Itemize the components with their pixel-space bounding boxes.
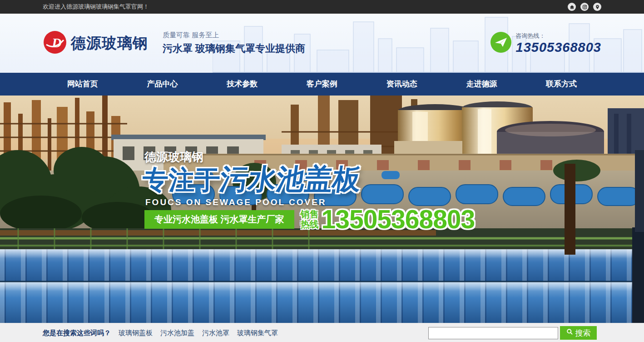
keyword-link-4[interactable]: 玻璃钢集气罩	[237, 329, 278, 337]
hero-banner: 德源玻璃钢 专注于污水池盖板 FOUCS ON SEWAGE POOL COVE…	[0, 96, 644, 323]
topbar: 欢迎进入德源玻璃钢玻璃钢集气罩官网！	[0, 0, 644, 14]
hero-headline: 专注于污水池盖板	[143, 160, 361, 198]
welcome-text: 欢迎进入德源玻璃钢玻璃钢集气罩官网！	[43, 3, 149, 11]
nav-item-cases[interactable]: 客户案例	[282, 73, 362, 96]
keyword-link-2[interactable]: 污水池加盖	[160, 329, 194, 337]
nav-item-specs[interactable]: 技术参数	[202, 73, 282, 96]
location-pin-icon[interactable]	[593, 3, 601, 11]
search-prompt: 您是在搜索这些词吗？	[43, 329, 111, 337]
slogan-main: 污水罩 玻璃钢集气罩专业提供商	[163, 42, 305, 55]
keyword-link-3[interactable]: 污水池罩	[202, 329, 229, 337]
logo[interactable]: D 德源玻璃钢	[43, 30, 148, 56]
main-nav: 网站首页 产品中心 技术参数 客户案例 资讯动态 走进德源 联系方式	[0, 73, 644, 96]
slogan-small: 质量可靠 服务至上	[163, 31, 305, 40]
keyword-link-1[interactable]: 玻璃钢盖板	[119, 329, 153, 337]
nav-item-news[interactable]: 资讯动态	[362, 73, 442, 96]
hero-headline-prefix: 专注于	[143, 165, 220, 194]
sales-hotline-label: 销售 热线	[301, 209, 319, 229]
nav-item-contact[interactable]: 联系方式	[521, 73, 601, 96]
sales-hotline-number: 13505368803	[322, 204, 475, 234]
header-hotline: 咨询热线： 13505368803	[490, 32, 601, 55]
topbar-social-icons	[568, 3, 601, 11]
nav-item-about[interactable]: 走进德源	[442, 73, 522, 96]
search-button-label: 搜索	[575, 328, 591, 338]
sales-label-line1: 销售	[301, 209, 319, 219]
hero-sales-hotline: 销售 热线 13505368803	[301, 204, 475, 234]
logo-mark-icon: D	[43, 30, 67, 56]
hero-headline-main: 污水池盖板	[218, 160, 364, 198]
paper-plane-icon	[490, 32, 511, 55]
hotline-label: 咨询热线：	[516, 32, 601, 40]
search-input[interactable]	[428, 327, 558, 339]
logo-text: 德源玻璃钢	[71, 33, 148, 54]
nav-item-products[interactable]: 产品中心	[123, 73, 203, 96]
magnifier-icon	[566, 328, 573, 337]
instagram-icon[interactable]	[580, 3, 589, 11]
site-header: D 德源玻璃钢 质量可靠 服务至上 污水罩 玻璃钢集气罩专业提供商 咨询热线： …	[0, 14, 644, 73]
svg-text:D: D	[51, 35, 62, 50]
nav-item-home[interactable]: 网站首页	[43, 73, 123, 96]
sales-label-line2: 热线	[301, 219, 319, 229]
header-slogan: 质量可靠 服务至上 污水罩 玻璃钢集气罩专业提供商	[163, 31, 305, 55]
hero-tagline-badge[interactable]: 专业污水池盖板 污水罩生产厂家	[144, 210, 294, 229]
search-bar: 您是在搜索这些词吗？ 玻璃钢盖板 污水池加盖 污水池罩 玻璃钢集气罩 搜索	[0, 323, 644, 342]
search-button[interactable]: 搜索	[560, 326, 597, 340]
home-icon[interactable]	[568, 3, 576, 11]
hotline-number: 13505368803	[516, 40, 601, 55]
